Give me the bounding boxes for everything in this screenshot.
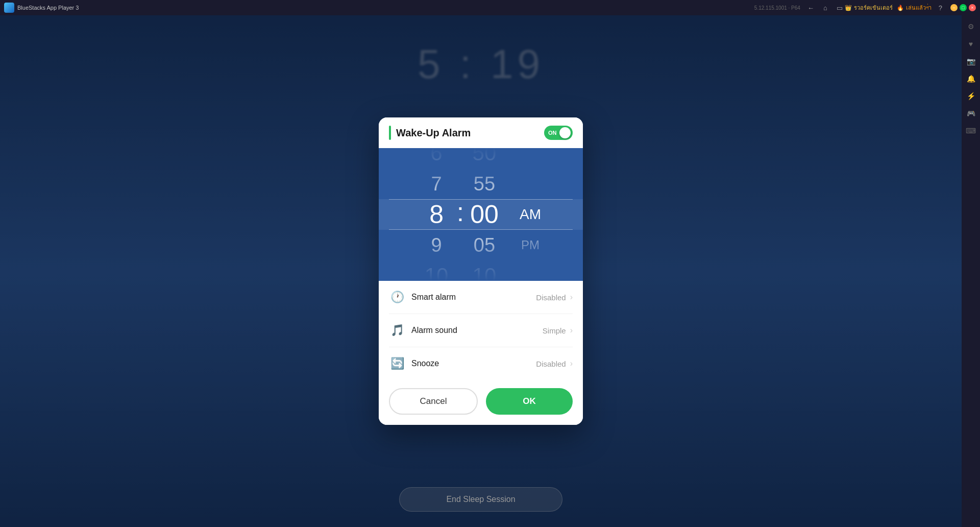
app-background: 5 : 19 End Sleep Session Wake-Up Alarm O…	[0, 15, 962, 527]
sidebar-camera-icon[interactable]: 📷	[964, 54, 978, 68]
alarm-sound-value: Simple	[543, 326, 566, 335]
screenshot-button[interactable]: ▭	[835, 3, 845, 13]
hour-item: 10	[425, 260, 449, 281]
titlebar-nav: ← ⌂ ▭	[805, 3, 845, 13]
snooze-chevron: ›	[570, 359, 573, 368]
maximize-button[interactable]: □	[960, 4, 967, 11]
smart-alarm-row[interactable]: 🕐 Smart alarm Disabled ›	[389, 281, 573, 314]
close-button[interactable]: ×	[969, 4, 976, 11]
pm-item: PM	[521, 230, 540, 260]
help-icon[interactable]: ?	[939, 4, 942, 12]
sidebar-heart-icon[interactable]: ♥	[964, 37, 978, 51]
minute-item: 50	[473, 148, 497, 169]
crown-icon: 👑	[845, 5, 852, 11]
hour-item: 9	[431, 230, 442, 260]
hour-item: 6	[430, 148, 442, 169]
alarm-toggle-container: ON	[544, 126, 573, 140]
modal-title: Wake-Up Alarm	[396, 127, 471, 139]
app-logo	[4, 3, 14, 13]
ampm-column[interactable]: AM PM	[510, 148, 551, 281]
home-button[interactable]: ⌂	[821, 3, 829, 13]
alarm-toggle[interactable]: ON	[544, 126, 573, 140]
alarm-sound-chevron: ›	[570, 326, 573, 335]
back-button[interactable]: ←	[805, 3, 816, 13]
minutes-column[interactable]: 50 55 00 05 10	[459, 148, 510, 281]
time-picker[interactable]: 6 7 8 9 10 : 50 55 00 05 10	[379, 148, 583, 281]
sidebar-lightning-icon[interactable]: ⚡	[964, 89, 978, 103]
ok-button[interactable]: OK	[486, 388, 573, 415]
snooze-label: Snooze	[411, 359, 536, 368]
cancel-button[interactable]: Cancel	[389, 388, 478, 415]
modal-header: Wake-Up Alarm ON	[379, 117, 583, 148]
modal-header-left: Wake-Up Alarm	[389, 126, 471, 140]
toggle-on-label: ON	[548, 130, 557, 136]
sidebar-gamepad-icon[interactable]: 🎮	[964, 106, 978, 121]
alarm-sound-icon: 🎵	[389, 322, 405, 339]
user2-name: เล่นแล้วগ่า	[906, 3, 932, 12]
minute-item: 10	[473, 260, 497, 281]
window-controls: − □ ×	[950, 4, 976, 11]
hour-item: 7	[431, 169, 442, 199]
hour-selected: 8	[429, 199, 444, 230]
smart-alarm-label: Smart alarm	[411, 293, 536, 302]
fire-icon: 🔥	[897, 5, 904, 11]
app-subtitle: 5.12.115.1001 · P64	[754, 5, 800, 11]
titlebar-right: 👑 รวอร์คเข้นเตอร์ 🔥 เล่นแล้วগ่า ? − □ ×	[845, 3, 976, 12]
am-selected: AM	[520, 199, 541, 230]
right-sidebar: ⚙ ♥ 📷 🔔 ⚡ 🎮 ⌨	[962, 15, 980, 527]
snooze-value: Disabled	[536, 360, 566, 368]
app-title: BlueStacks App Player 3	[17, 5, 752, 11]
time-columns: 6 7 8 9 10 : 50 55 00 05 10	[379, 148, 583, 281]
sidebar-settings-icon[interactable]: ⚙	[964, 19, 978, 34]
snooze-icon: 🔄	[389, 355, 405, 372]
smart-alarm-icon: 🕐	[389, 289, 405, 305]
alarm-sound-label: Alarm sound	[411, 326, 543, 335]
sidebar-notification-icon[interactable]: 🔔	[964, 71, 978, 86]
smart-alarm-value: Disabled	[536, 293, 566, 302]
snooze-row[interactable]: 🔄 Snooze Disabled ›	[389, 347, 573, 380]
settings-section: 🕐 Smart alarm Disabled › 🎵 Alarm sound S…	[379, 281, 583, 380]
user2-badge: 🔥 เล่นแล้วগ่า	[897, 3, 932, 12]
alarm-sound-row[interactable]: 🎵 Alarm sound Simple ›	[389, 314, 573, 347]
titlebar: BlueStacks App Player 3 5.12.115.1001 · …	[0, 0, 980, 15]
hours-column[interactable]: 6 7 8 9 10	[411, 148, 462, 281]
user1-badge: 👑 รวอร์คเข้นเตอร์	[845, 3, 893, 12]
modal-footer: Cancel OK	[379, 380, 583, 425]
minute-item: 05	[474, 230, 495, 260]
minute-item: 55	[474, 169, 495, 199]
header-accent-bar	[389, 126, 391, 140]
smart-alarm-chevron: ›	[570, 293, 573, 302]
minute-selected: 00	[470, 199, 499, 230]
user1-name: รวอร์คเข้นเตอร์	[854, 3, 893, 12]
toggle-knob	[559, 127, 571, 138]
minimize-button[interactable]: −	[950, 4, 958, 11]
modal-overlay: Wake-Up Alarm ON 6 7	[0, 15, 962, 527]
sidebar-keyboard-icon[interactable]: ⌨	[964, 124, 978, 138]
wakeup-alarm-modal: Wake-Up Alarm ON 6 7	[379, 117, 583, 425]
